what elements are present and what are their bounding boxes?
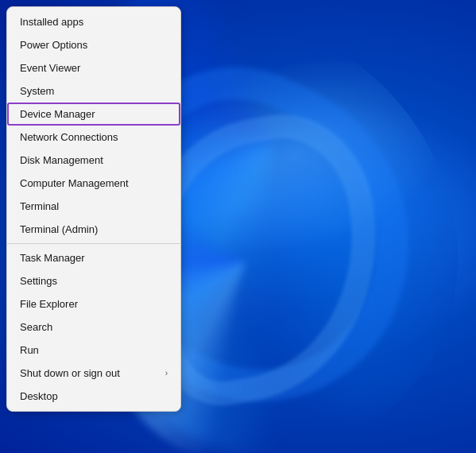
menu-item-label: Search <box>20 321 52 333</box>
menu-item-label: Terminal (Admin) <box>20 223 98 235</box>
menu-item-label: Device Manager <box>20 108 95 120</box>
menu-item-label: Network Connections <box>20 131 118 143</box>
menu-item-label: Installed apps <box>20 16 83 28</box>
menu-item-label: Settings <box>20 275 57 287</box>
menu-item-shut-down[interactable]: Shut down or sign out› <box>7 362 180 385</box>
menu-item-power-options[interactable]: Power Options <box>7 33 180 56</box>
menu-item-search[interactable]: Search <box>7 316 180 339</box>
menu-item-label: Run <box>20 344 39 356</box>
context-menu: Installed appsPower OptionsEvent ViewerS… <box>6 6 181 412</box>
menu-item-label: System <box>20 85 54 97</box>
menu-item-desktop[interactable]: Desktop <box>7 385 180 408</box>
menu-item-settings[interactable]: Settings <box>7 269 180 292</box>
menu-item-task-manager[interactable]: Task Manager <box>7 246 180 269</box>
menu-item-label: Task Manager <box>20 252 85 264</box>
submenu-chevron-icon: › <box>165 369 168 378</box>
menu-item-system[interactable]: System <box>7 79 180 103</box>
menu-item-label: Computer Management <box>20 177 129 189</box>
menu-item-terminal[interactable]: Terminal <box>7 195 180 218</box>
menu-item-label: Event Viewer <box>20 62 80 74</box>
menu-item-label: Desktop <box>20 390 58 402</box>
menu-item-label: Terminal <box>20 200 59 212</box>
menu-item-file-explorer[interactable]: File Explorer <box>7 292 180 316</box>
menu-item-label: Power Options <box>20 39 87 51</box>
menu-item-label: Disk Management <box>20 154 103 166</box>
menu-item-terminal-admin[interactable]: Terminal (Admin) <box>7 218 180 241</box>
menu-item-run[interactable]: Run <box>7 339 180 362</box>
menu-item-label: File Explorer <box>20 298 78 310</box>
menu-item-computer-management[interactable]: Computer Management <box>7 172 180 195</box>
menu-item-event-viewer[interactable]: Event Viewer <box>7 56 180 79</box>
menu-item-device-manager[interactable]: Device Manager <box>7 103 180 126</box>
menu-separator <box>7 243 180 244</box>
menu-item-disk-management[interactable]: Disk Management <box>7 149 180 172</box>
menu-item-label: Shut down or sign out <box>20 367 120 379</box>
menu-item-installed-apps[interactable]: Installed apps <box>7 10 180 33</box>
menu-item-network-connections[interactable]: Network Connections <box>7 126 180 149</box>
